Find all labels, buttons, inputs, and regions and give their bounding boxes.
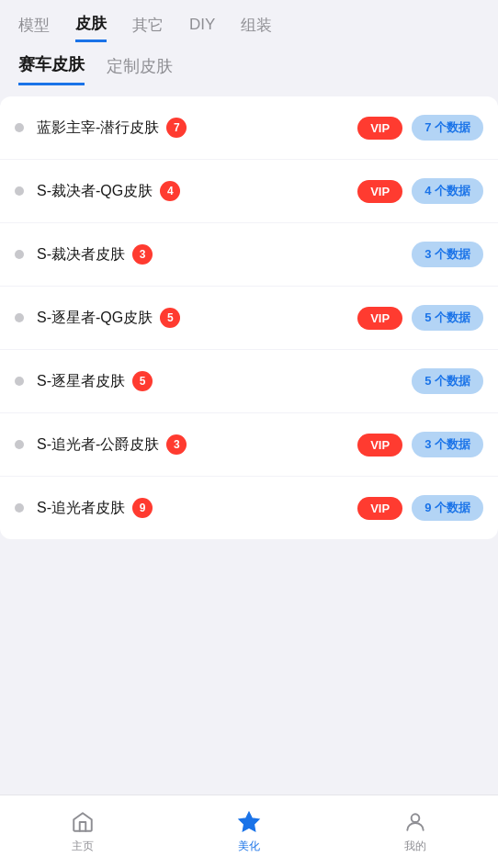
item-actions: VIP 7 个数据 [357, 115, 483, 141]
svg-point-1 [411, 814, 419, 822]
top-nav-item-diy[interactable]: DIY [189, 16, 215, 39]
data-badge: 9 个数据 [412, 495, 483, 521]
data-badge: 7 个数据 [412, 115, 483, 141]
data-badge: 5 个数据 [412, 305, 483, 331]
star-icon [236, 809, 262, 835]
item-actions: VIP 4 个数据 [357, 178, 483, 204]
data-badge: 5 个数据 [412, 368, 483, 394]
bullet-icon [15, 503, 24, 513]
vip-badge: VIP [357, 180, 402, 203]
svg-marker-0 [239, 812, 259, 831]
tab-label-mine: 我的 [404, 839, 426, 854]
item-actions: 5 个数据 [412, 368, 483, 394]
item-actions: VIP 9 个数据 [357, 495, 483, 521]
item-name: 蓝影主宰-潜行皮肤 7 [37, 118, 357, 138]
item-name: S-追光者-公爵皮肤 3 [37, 434, 357, 455]
data-badge: 3 个数据 [412, 242, 483, 267]
bullet-icon [15, 186, 24, 196]
count-badge: 7 [166, 118, 187, 138]
list-item[interactable]: S-逐星者皮肤 5 5 个数据 [0, 350, 498, 412]
item-name: S-裁决者皮肤 3 [37, 244, 412, 265]
item-name: S-追光者皮肤 9 [37, 498, 357, 518]
item-actions: 3 个数据 [412, 242, 483, 267]
count-badge: 3 [166, 434, 187, 455]
tab-item-home[interactable]: 主页 [0, 809, 166, 854]
sub-nav-item-race-skin[interactable]: 赛车皮肤 [18, 53, 85, 85]
bullet-icon [15, 313, 24, 322]
item-name: S-逐星者皮肤 5 [37, 371, 412, 391]
home-icon [70, 809, 96, 835]
item-name: S-裁决者-QG皮肤 4 [37, 181, 357, 201]
top-nav: 模型 皮肤 其它 DIY 组装 [0, 0, 498, 42]
sub-nav: 赛车皮肤 定制皮肤 [0, 42, 498, 85]
item-name: S-逐星者-QG皮肤 5 [37, 308, 357, 328]
tab-label-beautify: 美化 [238, 839, 260, 854]
list-item[interactable]: S-裁决者-QG皮肤 4 VIP 4 个数据 [0, 160, 498, 222]
data-badge: 4 个数据 [412, 178, 483, 204]
count-badge: 9 [132, 498, 153, 518]
top-nav-item-model[interactable]: 模型 [18, 15, 50, 41]
tab-label-home: 主页 [72, 839, 94, 854]
skin-list: 蓝影主宰-潜行皮肤 7 VIP 7 个数据 S-裁决者-QG皮肤 4 VIP 4… [0, 96, 498, 539]
item-actions: VIP 3 个数据 [357, 432, 483, 457]
bullet-icon [15, 440, 24, 449]
list-item[interactable]: S-追光者皮肤 9 VIP 9 个数据 [0, 477, 498, 539]
top-nav-item-other[interactable]: 其它 [132, 15, 164, 41]
count-badge: 5 [160, 308, 180, 328]
vip-badge: VIP [357, 434, 402, 457]
bullet-icon [15, 123, 24, 132]
person-icon [402, 809, 428, 835]
vip-badge: VIP [357, 117, 402, 140]
top-nav-item-assemble[interactable]: 组装 [241, 15, 272, 41]
list-item[interactable]: S-追光者-公爵皮肤 3 VIP 3 个数据 [0, 413, 498, 476]
list-item[interactable]: 蓝影主宰-潜行皮肤 7 VIP 7 个数据 [0, 96, 498, 159]
vip-badge: VIP [357, 307, 402, 330]
vip-badge: VIP [357, 497, 402, 520]
item-actions: VIP 5 个数据 [357, 305, 483, 331]
top-nav-item-skin[interactable]: 皮肤 [75, 13, 107, 42]
sub-nav-item-custom-skin[interactable]: 定制皮肤 [107, 55, 173, 85]
count-badge: 3 [132, 244, 153, 265]
tab-item-mine[interactable]: 我的 [332, 809, 498, 854]
list-item[interactable]: S-裁决者皮肤 3 3 个数据 [0, 223, 498, 286]
count-badge: 4 [160, 181, 180, 201]
tab-item-beautify[interactable]: 美化 [166, 809, 333, 854]
data-badge: 3 个数据 [412, 432, 483, 457]
bullet-icon [15, 377, 24, 386]
tab-bar: 主页 美化 我的 [0, 795, 498, 868]
list-item[interactable]: S-逐星者-QG皮肤 5 VIP 5 个数据 [0, 287, 498, 349]
count-badge: 5 [132, 371, 153, 391]
bullet-icon [15, 250, 24, 259]
